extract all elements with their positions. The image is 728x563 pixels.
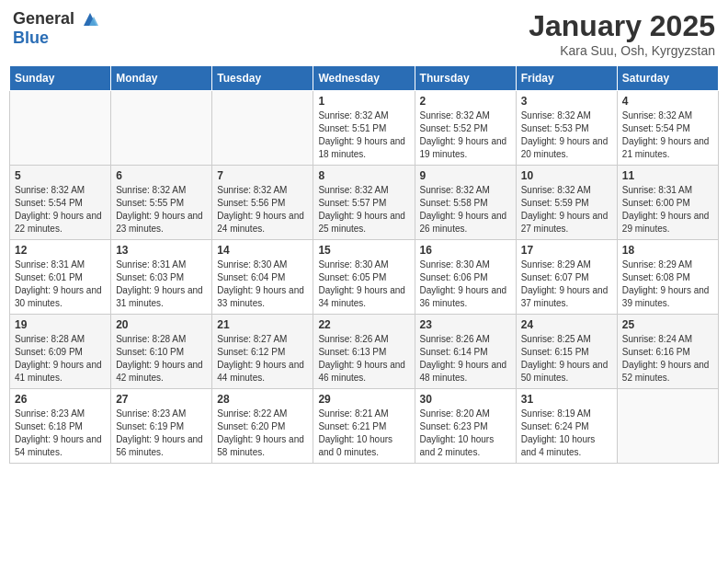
logo-blue: Blue: [13, 29, 100, 48]
weekday-header: Tuesday: [212, 66, 313, 91]
day-number: 3: [521, 95, 612, 108]
calendar-cell: [617, 389, 718, 464]
calendar-cell: 14Sunrise: 8:30 AMSunset: 6:04 PMDayligh…: [212, 240, 313, 315]
day-number: 2: [420, 95, 511, 108]
day-info: Sunrise: 8:22 AMSunset: 6:20 PMDaylight:…: [217, 408, 308, 459]
day-number: 29: [318, 393, 409, 406]
location: Kara Suu, Osh, Kyrgyzstan: [529, 43, 715, 58]
calendar-cell: 29Sunrise: 8:21 AMSunset: 6:21 PMDayligh…: [313, 389, 415, 464]
weekday-header: Thursday: [415, 66, 516, 91]
calendar-cell: 22Sunrise: 8:26 AMSunset: 6:13 PMDayligh…: [313, 315, 415, 389]
calendar-cell: 20Sunrise: 8:28 AMSunset: 6:10 PMDayligh…: [111, 315, 212, 389]
calendar-cell: 30Sunrise: 8:20 AMSunset: 6:23 PMDayligh…: [415, 389, 516, 464]
day-number: 26: [15, 393, 106, 406]
calendar-cell: [111, 91, 212, 166]
calendar-week-row: 26Sunrise: 8:23 AMSunset: 6:18 PMDayligh…: [10, 389, 719, 464]
calendar-cell: 5Sunrise: 8:32 AMSunset: 5:54 PMDaylight…: [10, 166, 111, 240]
calendar-cell: 17Sunrise: 8:29 AMSunset: 6:07 PMDayligh…: [516, 240, 617, 315]
day-info: Sunrise: 8:32 AMSunset: 5:54 PMDaylight:…: [622, 109, 713, 161]
day-info: Sunrise: 8:32 AMSunset: 5:57 PMDaylight:…: [318, 184, 409, 236]
weekday-header: Sunday: [10, 66, 111, 91]
day-number: 28: [217, 393, 308, 406]
day-number: 22: [318, 318, 409, 331]
day-number: 14: [217, 244, 308, 257]
logo-icon: [80, 9, 100, 29]
day-info: Sunrise: 8:29 AMSunset: 6:08 PMDaylight:…: [622, 259, 713, 310]
day-number: 13: [116, 244, 207, 257]
day-number: 6: [116, 169, 207, 182]
weekday-header: Friday: [516, 66, 617, 91]
calendar-week-row: 12Sunrise: 8:31 AMSunset: 6:01 PMDayligh…: [10, 240, 719, 315]
day-number: 20: [116, 318, 207, 331]
calendar-cell: [212, 91, 313, 166]
day-number: 5: [15, 169, 106, 182]
day-info: Sunrise: 8:32 AMSunset: 5:51 PMDaylight:…: [318, 109, 409, 161]
calendar-cell: 4Sunrise: 8:32 AMSunset: 5:54 PMDaylight…: [617, 91, 718, 166]
calendar-cell: 8Sunrise: 8:32 AMSunset: 5:57 PMDaylight…: [313, 166, 415, 240]
day-info: Sunrise: 8:30 AMSunset: 6:06 PMDaylight:…: [420, 259, 511, 310]
calendar-cell: 23Sunrise: 8:26 AMSunset: 6:14 PMDayligh…: [415, 315, 516, 389]
day-number: 4: [622, 95, 713, 108]
calendar-cell: [10, 91, 111, 166]
day-number: 8: [318, 169, 409, 182]
day-info: Sunrise: 8:29 AMSunset: 6:07 PMDaylight:…: [521, 259, 612, 310]
calendar-week-row: 1Sunrise: 8:32 AMSunset: 5:51 PMDaylight…: [10, 91, 719, 166]
day-info: Sunrise: 8:32 AMSunset: 5:59 PMDaylight:…: [521, 184, 612, 236]
day-info: Sunrise: 8:32 AMSunset: 5:58 PMDaylight:…: [420, 184, 511, 236]
day-info: Sunrise: 8:27 AMSunset: 6:12 PMDaylight:…: [217, 333, 308, 385]
day-info: Sunrise: 8:26 AMSunset: 6:14 PMDaylight:…: [420, 333, 511, 385]
day-info: Sunrise: 8:32 AMSunset: 5:54 PMDaylight:…: [15, 184, 106, 236]
day-info: Sunrise: 8:28 AMSunset: 6:09 PMDaylight:…: [15, 333, 106, 385]
day-number: 17: [521, 244, 612, 257]
calendar-cell: 21Sunrise: 8:27 AMSunset: 6:12 PMDayligh…: [212, 315, 313, 389]
calendar-table: SundayMondayTuesdayWednesdayThursdayFrid…: [9, 65, 719, 464]
calendar-cell: 28Sunrise: 8:22 AMSunset: 6:20 PMDayligh…: [212, 389, 313, 464]
day-info: Sunrise: 8:31 AMSunset: 6:03 PMDaylight:…: [116, 259, 207, 310]
calendar-cell: 27Sunrise: 8:23 AMSunset: 6:19 PMDayligh…: [111, 389, 212, 464]
calendar-week-row: 19Sunrise: 8:28 AMSunset: 6:09 PMDayligh…: [10, 315, 719, 389]
day-number: 18: [622, 244, 713, 257]
calendar-cell: 6Sunrise: 8:32 AMSunset: 5:55 PMDaylight…: [111, 166, 212, 240]
day-number: 21: [217, 318, 308, 331]
day-info: Sunrise: 8:30 AMSunset: 6:05 PMDaylight:…: [318, 259, 409, 310]
day-info: Sunrise: 8:32 AMSunset: 5:52 PMDaylight:…: [420, 109, 511, 161]
calendar-cell: 12Sunrise: 8:31 AMSunset: 6:01 PMDayligh…: [10, 240, 111, 315]
weekday-header-row: SundayMondayTuesdayWednesdayThursdayFrid…: [10, 66, 719, 91]
day-info: Sunrise: 8:21 AMSunset: 6:21 PMDaylight:…: [318, 408, 409, 459]
day-number: 30: [420, 393, 511, 406]
calendar-cell: 19Sunrise: 8:28 AMSunset: 6:09 PMDayligh…: [10, 315, 111, 389]
day-info: Sunrise: 8:32 AMSunset: 5:55 PMDaylight:…: [116, 184, 207, 236]
page-header: General Blue January 2025 Kara Suu, Osh,…: [9, 9, 719, 58]
title-block: January 2025 Kara Suu, Osh, Kyrgyzstan: [529, 9, 715, 58]
month-title: January 2025: [529, 9, 715, 43]
day-info: Sunrise: 8:24 AMSunset: 6:16 PMDaylight:…: [622, 333, 713, 385]
day-info: Sunrise: 8:31 AMSunset: 6:01 PMDaylight:…: [15, 259, 106, 310]
calendar-cell: 16Sunrise: 8:30 AMSunset: 6:06 PMDayligh…: [415, 240, 516, 315]
day-number: 25: [622, 318, 713, 331]
day-number: 9: [420, 169, 511, 182]
calendar-week-row: 5Sunrise: 8:32 AMSunset: 5:54 PMDaylight…: [10, 166, 719, 240]
day-number: 11: [622, 169, 713, 182]
logo-text: General: [13, 9, 100, 29]
day-number: 31: [521, 393, 612, 406]
day-info: Sunrise: 8:23 AMSunset: 6:19 PMDaylight:…: [116, 408, 207, 459]
day-number: 7: [217, 169, 308, 182]
day-info: Sunrise: 8:30 AMSunset: 6:04 PMDaylight:…: [217, 259, 308, 310]
day-number: 10: [521, 169, 612, 182]
day-info: Sunrise: 8:20 AMSunset: 6:23 PMDaylight:…: [420, 408, 511, 459]
day-number: 24: [521, 318, 612, 331]
day-number: 27: [116, 393, 207, 406]
calendar-cell: 10Sunrise: 8:32 AMSunset: 5:59 PMDayligh…: [516, 166, 617, 240]
calendar-cell: 3Sunrise: 8:32 AMSunset: 5:53 PMDaylight…: [516, 91, 617, 166]
calendar-cell: 26Sunrise: 8:23 AMSunset: 6:18 PMDayligh…: [10, 389, 111, 464]
day-number: 23: [420, 318, 511, 331]
calendar-cell: 9Sunrise: 8:32 AMSunset: 5:58 PMDaylight…: [415, 166, 516, 240]
day-info: Sunrise: 8:28 AMSunset: 6:10 PMDaylight:…: [116, 333, 207, 385]
calendar-cell: 18Sunrise: 8:29 AMSunset: 6:08 PMDayligh…: [617, 240, 718, 315]
calendar-cell: 25Sunrise: 8:24 AMSunset: 6:16 PMDayligh…: [617, 315, 718, 389]
weekday-header: Monday: [111, 66, 212, 91]
day-number: 19: [15, 318, 106, 331]
weekday-header: Wednesday: [313, 66, 415, 91]
weekday-header: Saturday: [617, 66, 718, 91]
calendar-cell: 11Sunrise: 8:31 AMSunset: 6:00 PMDayligh…: [617, 166, 718, 240]
